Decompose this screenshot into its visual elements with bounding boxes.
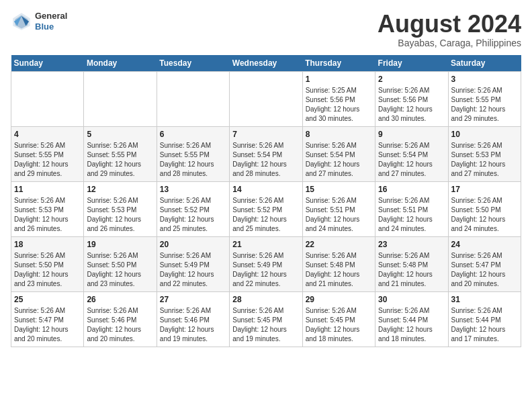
month-year: August 2024 xyxy=(378,11,521,38)
calendar-cell: 31Sunrise: 5:26 AM Sunset: 5:44 PM Dayli… xyxy=(448,291,521,347)
calendar-cell: 13Sunrise: 5:26 AM Sunset: 5:52 PM Dayli… xyxy=(157,181,229,236)
weekday-header-monday: Monday xyxy=(84,55,157,72)
calendar-cell: 26Sunrise: 5:26 AM Sunset: 5:46 PM Dayli… xyxy=(84,291,157,347)
day-info: Sunrise: 5:26 AM Sunset: 5:55 PM Dayligh… xyxy=(160,141,226,179)
calendar-cell: 25Sunrise: 5:26 AM Sunset: 5:47 PM Dayli… xyxy=(11,291,84,347)
calendar-cell: 23Sunrise: 5:26 AM Sunset: 5:48 PM Dayli… xyxy=(375,236,448,291)
week-row-4: 18Sunrise: 5:26 AM Sunset: 5:50 PM Dayli… xyxy=(11,236,521,291)
day-number: 10 xyxy=(451,130,518,139)
day-number: 3 xyxy=(451,75,518,84)
day-info: Sunrise: 5:26 AM Sunset: 5:49 PM Dayligh… xyxy=(160,251,226,289)
header: General Blue August 2024 Bayabas, Caraga… xyxy=(11,11,521,48)
calendar-cell xyxy=(11,71,84,126)
day-number: 23 xyxy=(378,240,445,249)
day-info: Sunrise: 5:26 AM Sunset: 5:55 PM Dayligh… xyxy=(87,141,153,179)
day-number: 29 xyxy=(306,295,372,304)
calendar-cell: 28Sunrise: 5:26 AM Sunset: 5:45 PM Dayli… xyxy=(230,291,302,347)
day-number: 26 xyxy=(87,295,153,304)
day-info: Sunrise: 5:26 AM Sunset: 5:54 PM Dayligh… xyxy=(232,141,299,179)
day-info: Sunrise: 5:26 AM Sunset: 5:50 PM Dayligh… xyxy=(87,251,153,289)
title-area: August 2024 Bayabas, Caraga, Philippines xyxy=(378,11,521,48)
day-number: 15 xyxy=(306,185,372,194)
day-number: 28 xyxy=(232,295,299,304)
calendar-cell: 30Sunrise: 5:26 AM Sunset: 5:44 PM Dayli… xyxy=(375,291,448,347)
weekday-header-wednesday: Wednesday xyxy=(230,55,302,72)
day-number: 11 xyxy=(14,185,81,194)
day-number: 8 xyxy=(306,130,372,139)
day-info: Sunrise: 5:26 AM Sunset: 5:48 PM Dayligh… xyxy=(306,251,372,289)
calendar-cell: 11Sunrise: 5:26 AM Sunset: 5:53 PM Dayli… xyxy=(11,181,84,236)
logo-text: General Blue xyxy=(35,11,67,32)
day-info: Sunrise: 5:26 AM Sunset: 5:54 PM Dayligh… xyxy=(378,141,445,179)
week-row-5: 25Sunrise: 5:26 AM Sunset: 5:47 PM Dayli… xyxy=(11,291,521,347)
weekday-header-row: SundayMondayTuesdayWednesdayThursdayFrid… xyxy=(11,55,521,72)
weekday-header-saturday: Saturday xyxy=(448,55,521,72)
day-number: 6 xyxy=(160,130,226,139)
location: Bayabas, Caraga, Philippines xyxy=(378,38,521,48)
day-info: Sunrise: 5:26 AM Sunset: 5:53 PM Dayligh… xyxy=(87,196,153,234)
calendar-cell: 2Sunrise: 5:26 AM Sunset: 5:56 PM Daylig… xyxy=(375,71,448,126)
day-number: 16 xyxy=(378,185,445,194)
day-number: 30 xyxy=(378,295,445,304)
calendar-cell: 9Sunrise: 5:26 AM Sunset: 5:54 PM Daylig… xyxy=(375,126,448,181)
calendar-cell: 16Sunrise: 5:26 AM Sunset: 5:51 PM Dayli… xyxy=(375,181,448,236)
day-number: 20 xyxy=(160,240,226,249)
calendar-cell: 20Sunrise: 5:26 AM Sunset: 5:49 PM Dayli… xyxy=(157,236,229,291)
day-info: Sunrise: 5:26 AM Sunset: 5:55 PM Dayligh… xyxy=(14,141,81,179)
weekday-header-sunday: Sunday xyxy=(11,55,84,72)
day-info: Sunrise: 5:26 AM Sunset: 5:44 PM Dayligh… xyxy=(451,306,518,344)
day-info: Sunrise: 5:26 AM Sunset: 5:54 PM Dayligh… xyxy=(306,141,372,179)
calendar-table: SundayMondayTuesdayWednesdayThursdayFrid… xyxy=(11,55,521,347)
day-number: 22 xyxy=(306,240,372,249)
weekday-header-tuesday: Tuesday xyxy=(157,55,229,72)
day-number: 2 xyxy=(378,75,445,84)
day-info: Sunrise: 5:26 AM Sunset: 5:51 PM Dayligh… xyxy=(378,196,445,234)
day-number: 13 xyxy=(160,185,226,194)
calendar-cell: 15Sunrise: 5:26 AM Sunset: 5:51 PM Dayli… xyxy=(302,181,375,236)
calendar-cell: 5Sunrise: 5:26 AM Sunset: 5:55 PM Daylig… xyxy=(84,126,157,181)
day-info: Sunrise: 5:26 AM Sunset: 5:46 PM Dayligh… xyxy=(87,306,153,344)
day-info: Sunrise: 5:26 AM Sunset: 5:50 PM Dayligh… xyxy=(14,251,81,289)
calendar-cell: 10Sunrise: 5:26 AM Sunset: 5:53 PM Dayli… xyxy=(448,126,521,181)
day-info: Sunrise: 5:26 AM Sunset: 5:56 PM Dayligh… xyxy=(378,86,445,124)
day-number: 27 xyxy=(160,295,226,304)
day-info: Sunrise: 5:26 AM Sunset: 5:47 PM Dayligh… xyxy=(451,251,518,289)
week-row-1: 1Sunrise: 5:25 AM Sunset: 5:56 PM Daylig… xyxy=(11,71,521,126)
day-info: Sunrise: 5:26 AM Sunset: 5:51 PM Dayligh… xyxy=(306,196,372,234)
day-number: 18 xyxy=(14,240,81,249)
calendar-cell: 3Sunrise: 5:26 AM Sunset: 5:55 PM Daylig… xyxy=(448,71,521,126)
day-info: Sunrise: 5:26 AM Sunset: 5:55 PM Dayligh… xyxy=(451,86,518,124)
day-info: Sunrise: 5:25 AM Sunset: 5:56 PM Dayligh… xyxy=(306,86,372,124)
day-number: 19 xyxy=(87,240,153,249)
logo-general: General xyxy=(35,11,67,21)
day-info: Sunrise: 5:26 AM Sunset: 5:47 PM Dayligh… xyxy=(14,306,81,344)
week-row-3: 11Sunrise: 5:26 AM Sunset: 5:53 PM Dayli… xyxy=(11,181,521,236)
weekday-header-friday: Friday xyxy=(375,55,448,72)
logo-icon xyxy=(11,11,32,32)
day-number: 14 xyxy=(232,185,299,194)
day-info: Sunrise: 5:26 AM Sunset: 5:45 PM Dayligh… xyxy=(232,306,299,344)
day-number: 21 xyxy=(232,240,299,249)
day-info: Sunrise: 5:26 AM Sunset: 5:48 PM Dayligh… xyxy=(378,251,445,289)
day-number: 24 xyxy=(451,240,518,249)
calendar-cell: 18Sunrise: 5:26 AM Sunset: 5:50 PM Dayli… xyxy=(11,236,84,291)
weekday-header-thursday: Thursday xyxy=(302,55,375,72)
day-number: 5 xyxy=(87,130,153,139)
logo-blue: Blue xyxy=(35,21,67,32)
calendar-cell: 7Sunrise: 5:26 AM Sunset: 5:54 PM Daylig… xyxy=(230,126,302,181)
day-number: 1 xyxy=(306,75,372,84)
day-info: Sunrise: 5:26 AM Sunset: 5:53 PM Dayligh… xyxy=(14,196,81,234)
day-info: Sunrise: 5:26 AM Sunset: 5:52 PM Dayligh… xyxy=(160,196,226,234)
day-number: 4 xyxy=(14,130,81,139)
day-number: 17 xyxy=(451,185,518,194)
logo: General Blue xyxy=(11,11,67,32)
week-row-2: 4Sunrise: 5:26 AM Sunset: 5:55 PM Daylig… xyxy=(11,126,521,181)
day-info: Sunrise: 5:26 AM Sunset: 5:45 PM Dayligh… xyxy=(306,306,372,344)
calendar-cell: 17Sunrise: 5:26 AM Sunset: 5:50 PM Dayli… xyxy=(448,181,521,236)
calendar-cell: 12Sunrise: 5:26 AM Sunset: 5:53 PM Dayli… xyxy=(84,181,157,236)
calendar-cell: 19Sunrise: 5:26 AM Sunset: 5:50 PM Dayli… xyxy=(84,236,157,291)
calendar-cell: 27Sunrise: 5:26 AM Sunset: 5:46 PM Dayli… xyxy=(157,291,229,347)
calendar-cell xyxy=(157,71,229,126)
day-info: Sunrise: 5:26 AM Sunset: 5:50 PM Dayligh… xyxy=(451,196,518,234)
day-info: Sunrise: 5:26 AM Sunset: 5:46 PM Dayligh… xyxy=(160,306,226,344)
